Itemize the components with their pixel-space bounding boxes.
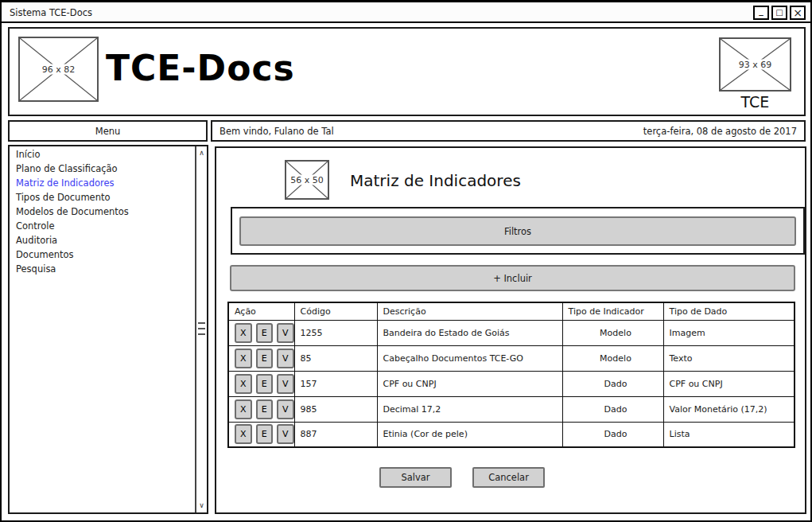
welcome-bar: Bem vindo, Fulano de Tal terça-feira, 08… <box>211 120 806 142</box>
edit-row-button[interactable]: E <box>256 424 274 444</box>
cell-tipo-dado: CPF ou CNPJ <box>663 371 795 396</box>
cell-tipo-dado: Texto <box>663 345 795 371</box>
logo-image-placeholder: 96 x 82 <box>18 37 99 102</box>
sidebar-item-matriz-de-indicadores[interactable]: Matriz de Indicadores <box>10 177 194 191</box>
delete-row-button[interactable]: X <box>235 323 252 343</box>
tce-caption: TCE <box>719 93 791 111</box>
date-text: terça-feira, 08 de agosto de 2017 <box>643 126 797 137</box>
cell-descricao: CPF ou CNPJ <box>377 371 562 396</box>
scrollbar-thumb-grip <box>198 333 205 335</box>
window-title: Sistema TCE-Docs <box>10 7 92 18</box>
main-panel: 56 x 50 Matriz de Indicadores Filtros + … <box>215 146 806 514</box>
cell-tipo-dado: Lista <box>663 422 795 447</box>
delete-row-button[interactable]: X <box>235 349 252 368</box>
tce-image-placeholder: 93 x 69 <box>719 37 791 92</box>
page-icon-placeholder: 56 x 50 <box>285 160 329 200</box>
scrollbar-thumb-grip <box>198 322 205 324</box>
cell-tipo-indicador: Dado <box>562 371 663 396</box>
cell-codigo: 985 <box>294 396 377 422</box>
cell-tipo-indicador: Dado <box>562 396 663 422</box>
view-row-button[interactable]: V <box>277 374 294 394</box>
table-row: X E V 887 Etinia (Cor de pele) Dado List… <box>228 422 795 447</box>
maximize-icon: □ <box>775 9 783 17</box>
table-row: X E V 985 Decimal 17,2 Dado Valor Monetá… <box>228 396 795 422</box>
sidebar-menu: Início Plano de Classificação Matriz de … <box>10 148 194 277</box>
cell-codigo: 85 <box>294 345 377 371</box>
sidebar-item-pesquisa[interactable]: Pesquisa <box>10 263 194 277</box>
delete-row-button[interactable]: X <box>235 374 252 394</box>
delete-row-button[interactable]: X <box>235 424 252 444</box>
cell-codigo: 1255 <box>294 320 377 345</box>
sidebar-item-inicio[interactable]: Início <box>10 148 194 162</box>
add-include-button[interactable]: + Incluir <box>230 265 795 291</box>
scroll-down-icon[interactable]: ∨ <box>196 499 207 512</box>
column-header-descricao: Descrição <box>377 302 562 320</box>
edit-row-button[interactable]: E <box>256 323 274 343</box>
view-row-button[interactable]: V <box>277 399 294 419</box>
cell-descricao: Cabeçalho Documentos TCE-GO <box>377 345 562 371</box>
scroll-up-icon[interactable]: ∧ <box>196 146 207 159</box>
minimize-icon: _ <box>759 6 763 15</box>
indicators-table: Ação Código Descrição Tipo de Indicador … <box>227 302 795 448</box>
scrollbar-thumb-grip <box>198 328 205 329</box>
table-row: X E V 85 Cabeçalho Documentos TCE-GO Mod… <box>228 345 795 371</box>
cell-tipo-dado: Valor Monetário (17,2) <box>663 396 795 422</box>
table-header-row: Ação Código Descrição Tipo de Indicador … <box>228 302 795 320</box>
cell-tipo-indicador: Dado <box>562 422 663 447</box>
cell-descricao: Decimal 17,2 <box>377 396 562 422</box>
edit-row-button[interactable]: E <box>256 399 274 419</box>
sidebar-item-auditoria[interactable]: Auditoria <box>10 234 194 248</box>
cell-descricao: Bandeira do Estado de Goiás <box>377 320 562 345</box>
save-button[interactable]: Salvar <box>379 467 452 488</box>
column-header-tipo-indicador: Tipo de Indicador <box>562 302 663 320</box>
sidebar-item-modelos-de-documentos[interactable]: Modelos de Documentos <box>10 205 194 220</box>
placeholder-size-label: 96 x 82 <box>40 64 78 75</box>
minimize-button[interactable]: _ <box>753 6 769 20</box>
row-actions: X E V <box>235 399 294 419</box>
cell-descricao: Etinia (Cor de pele) <box>377 422 562 447</box>
filters-group: Filtros <box>231 207 805 255</box>
close-icon: × <box>793 7 802 18</box>
placeholder-size-label: 56 x 50 <box>288 175 326 185</box>
row-actions: X E V <box>235 349 294 368</box>
app-window: Sistema TCE-Docs _ □ × 96 x 82 TCE-Docs … <box>0 0 812 522</box>
delete-row-button[interactable]: X <box>235 399 252 419</box>
filters-button[interactable]: Filtros <box>239 216 796 246</box>
row-actions: X E V <box>235 374 294 394</box>
view-row-button[interactable]: V <box>277 349 294 368</box>
placeholder-size-label: 93 x 69 <box>736 60 775 70</box>
table-row: X E V 157 CPF ou CNPJ Dado CPF ou CNPJ <box>228 371 795 396</box>
scrollbar-thumb[interactable] <box>197 314 206 344</box>
cell-tipo-dado: Imagem <box>663 320 795 345</box>
sidebar-scrollbar[interactable]: ∧ ∨ <box>195 146 207 512</box>
sidebar-item-plano-de-classificacao[interactable]: Plano de Classificação <box>10 162 194 177</box>
row-actions: X E V <box>235 323 294 343</box>
close-button[interactable]: × <box>790 6 806 20</box>
menu-header-label: Menu <box>95 126 121 137</box>
row-actions: X E V <box>235 424 294 444</box>
sidebar-item-controle[interactable]: Controle <box>10 220 194 234</box>
window-controls: _ □ × <box>753 6 806 20</box>
maximize-button[interactable]: □ <box>771 6 787 20</box>
menu-header: Menu <box>8 120 208 142</box>
title-bar: Sistema TCE-Docs _ □ × <box>2 2 810 23</box>
app-title: TCE-Docs <box>106 48 295 88</box>
view-row-button[interactable]: V <box>277 424 294 444</box>
sidebar-item-documentos[interactable]: Documentos <box>10 248 194 263</box>
cell-codigo: 157 <box>294 371 377 396</box>
greeting-text: Bem vindo, Fulano de Tal <box>220 126 334 137</box>
edit-row-button[interactable]: E <box>256 374 274 394</box>
column-header-acao: Ação <box>228 302 294 320</box>
column-header-tipo-dado: Tipo de Dado <box>663 302 795 320</box>
table-row: X E V 1255 Bandeira do Estado de Goiás M… <box>228 320 795 345</box>
cell-tipo-indicador: Modelo <box>562 345 663 371</box>
cancel-button[interactable]: Cancelar <box>472 467 545 488</box>
app-header: 96 x 82 TCE-Docs 93 x 69 TCE <box>8 27 806 116</box>
cell-codigo: 887 <box>294 422 377 447</box>
edit-row-button[interactable]: E <box>256 349 274 368</box>
sidebar-item-tipos-de-documento[interactable]: Tipos de Documento <box>10 191 194 205</box>
column-header-codigo: Código <box>294 302 377 320</box>
cell-tipo-indicador: Modelo <box>562 320 663 345</box>
page-title: Matriz de Indicadores <box>350 171 521 190</box>
view-row-button[interactable]: V <box>277 323 294 343</box>
